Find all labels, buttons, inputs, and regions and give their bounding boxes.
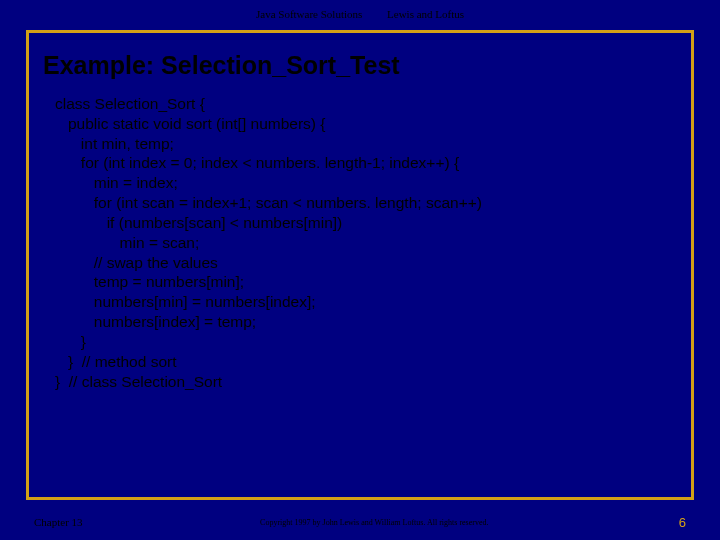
slide-footer: Chapter 13 Copyright 1997 by John Lewis … xyxy=(0,504,720,540)
slide-title: Example: Selection_Sort_Test xyxy=(43,51,681,80)
code-line: } // method sort xyxy=(55,353,176,370)
code-line: public static void sort (int[] numbers) … xyxy=(55,115,326,132)
code-block: class Selection_Sort { public static voi… xyxy=(55,94,681,391)
page-number: 6 xyxy=(666,515,686,530)
code-line: numbers[min] = numbers[index]; xyxy=(55,293,316,310)
code-line: min = scan; xyxy=(55,234,199,251)
code-line: min = index; xyxy=(55,174,178,191)
copyright-text: Copyright 1997 by John Lewis and William… xyxy=(83,518,666,527)
code-line: // swap the values xyxy=(55,254,218,271)
code-line: for (int scan = index+1; scan < numbers.… xyxy=(55,194,482,211)
book-title: Java Software Solutions xyxy=(256,8,362,20)
code-line: } // class Selection_Sort xyxy=(55,373,222,390)
content-frame: Example: Selection_Sort_Test class Selec… xyxy=(26,30,694,500)
book-authors: Lewis and Loftus xyxy=(387,8,464,20)
code-line: class Selection_Sort { xyxy=(55,95,205,112)
chapter-label: Chapter 13 xyxy=(34,516,83,528)
code-line: if (numbers[scan] < numbers[min]) xyxy=(55,214,342,231)
code-line: numbers[index] = temp; xyxy=(55,313,256,330)
code-line: } xyxy=(55,333,86,350)
code-line: for (int index = 0; index < numbers. len… xyxy=(55,154,459,171)
slide-header: Java Software Solutions Lewis and Loftus xyxy=(0,0,720,26)
code-line: int min, temp; xyxy=(55,135,174,152)
code-line: temp = numbers[min]; xyxy=(55,273,244,290)
